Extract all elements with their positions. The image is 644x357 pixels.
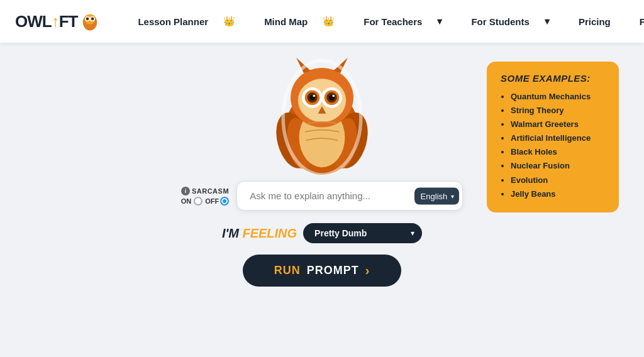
examples-title: SOME EXAMPLES:: [501, 73, 605, 84]
main-content: i SARCASM ON OFF English ▾ I'M FEELIN: [0, 43, 644, 357]
chevron-down-icon-lang: ▾: [451, 192, 454, 199]
svg-point-7: [92, 18, 94, 19]
sarcasm-label: i SARCASM: [181, 187, 229, 195]
nav-item-for-students[interactable]: For Students ▾: [458, 8, 562, 35]
info-icon[interactable]: i: [181, 187, 190, 195]
logo-owl-icon: [80, 11, 100, 31]
owl-illustration: [253, 49, 391, 187]
crown-icon-2: 👑: [316, 12, 341, 31]
list-item: Quantum Mechanics: [511, 90, 605, 104]
nav-item-pricing[interactable]: Pricing: [566, 9, 623, 35]
main-nav: OWL↑FT Lesson Planner 👑 Mind Map 👑: [0, 0, 644, 43]
logo-text: OWL↑FT: [15, 12, 77, 31]
feeling-row: I'M FEELING Pretty Dumb Somewhat Confuse…: [222, 223, 422, 243]
search-box: English ▾: [236, 181, 463, 211]
sarcasm-toggle-row: ON OFF: [181, 197, 230, 206]
run-prompt-button[interactable]: RUN PROMPT ›: [243, 255, 402, 287]
language-dropdown[interactable]: English ▾: [414, 187, 460, 204]
examples-list: Quantum Mechanics String Theory Walmart …: [501, 90, 605, 201]
nav-item-for-teachers[interactable]: For Teachers ▾: [351, 8, 455, 35]
nav-item-lesson-planner[interactable]: Lesson Planner 👑: [125, 8, 248, 35]
chevron-down-icon-2: ▾: [538, 12, 556, 31]
list-item: Black Holes: [511, 145, 605, 159]
sarcasm-toggle: i SARCASM ON OFF: [181, 187, 230, 206]
sarcasm-off-radio[interactable]: [220, 197, 229, 206]
svg-point-23: [313, 95, 315, 97]
list-item: Evolution: [511, 173, 605, 187]
svg-point-28: [332, 95, 335, 97]
list-item: Artificial Intelligence: [511, 131, 605, 145]
list-item: Jelly Beans: [511, 187, 605, 201]
feeling-select[interactable]: Pretty Dumb Somewhat Confused Curious Sm…: [303, 223, 422, 243]
feeling-select-wrapper: Pretty Dumb Somewhat Confused Curious Sm…: [303, 223, 422, 243]
nav-item-forum[interactable]: Forum: [627, 9, 644, 35]
arrow-right-icon: ›: [365, 263, 370, 278]
search-area: i SARCASM ON OFF English ▾: [181, 181, 464, 211]
list-item: Nuclear Fusion: [511, 159, 605, 173]
nav-item-mind-map[interactable]: Mind Map 👑: [252, 8, 347, 35]
list-item: String Theory: [511, 104, 605, 118]
examples-card: SOME EXAMPLES: Quantum Mechanics String …: [487, 62, 619, 212]
svg-point-6: [87, 18, 89, 19]
sarcasm-on-radio[interactable]: [194, 197, 203, 206]
chevron-down-icon: ▾: [431, 12, 448, 31]
owl-svg-image: [259, 49, 385, 175]
logo-link[interactable]: OWL↑FT: [15, 11, 100, 31]
feeling-label: I'M FEELING: [222, 226, 297, 241]
nav-links: Lesson Planner 👑 Mind Map 👑 For Teachers…: [125, 8, 644, 35]
crown-icon: 👑: [217, 12, 242, 31]
list-item: Walmart Greeters: [511, 118, 605, 131]
